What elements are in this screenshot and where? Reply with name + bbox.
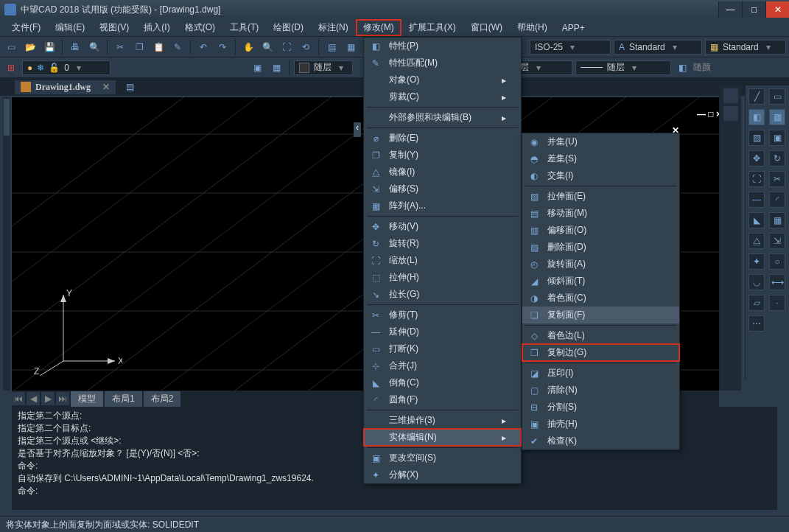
menu-文件[interactable]: 文件(F) <box>4 19 48 36</box>
menu-item[interactable]: ▢清除(N) <box>522 382 679 399</box>
layer-manager-icon[interactable]: ⊞ <box>3 60 19 76</box>
palette-handle[interactable]: ‹ <box>354 122 361 137</box>
table-style-combo[interactable]: ▦Standard▾ <box>705 40 786 55</box>
layout-tab-model[interactable]: 模型 <box>71 391 103 407</box>
menu-工具[interactable]: 工具(T) <box>222 19 266 36</box>
move-tool-icon[interactable]: ✥ <box>748 150 765 167</box>
rect-tool-icon[interactable]: ▭ <box>769 88 785 105</box>
menu-item[interactable]: ⬚拉伸(H) <box>364 269 521 286</box>
lineweight-combo[interactable]: 随层▾ <box>575 60 671 75</box>
layout-last-icon[interactable]: ⏭ <box>56 392 69 405</box>
menu-item[interactable]: ▥偏移面(O) <box>522 222 679 239</box>
menu-item[interactable]: ▣抽壳(H) <box>522 416 679 433</box>
menu-视图[interactable]: 视图(V) <box>92 19 136 36</box>
menu-APP+[interactable]: APP+ <box>555 21 592 35</box>
match-icon[interactable]: ✎ <box>169 39 186 55</box>
menu-插入[interactable]: 插入(I) <box>136 19 177 36</box>
vertical-scrollbar[interactable] <box>3 97 10 391</box>
menu-item[interactable]: ↻旋转(R) <box>364 235 521 252</box>
redo-icon[interactable]: ↷ <box>214 39 231 55</box>
copy-icon[interactable]: ❐ <box>131 39 147 55</box>
zoom-win-icon[interactable]: ⛶ <box>278 39 295 55</box>
close-button[interactable]: ✕ <box>765 1 789 18</box>
zoom-prev-icon[interactable]: ⟲ <box>298 39 314 55</box>
text-style-combo[interactable]: AStandard▾ <box>614 40 702 55</box>
menu-格式[interactable]: 格式(O) <box>178 19 222 36</box>
dim-style-combo[interactable]: ISO-25▾ <box>530 40 611 55</box>
menu-item[interactable]: ⊹合并(J) <box>364 357 521 374</box>
hatch-tool-icon[interactable]: ▨ <box>748 130 765 146</box>
menu-item[interactable]: ✦分解(X) <box>364 466 521 483</box>
print-icon[interactable]: 🖶 <box>67 39 83 55</box>
preview-icon[interactable]: 🔍 <box>86 39 102 55</box>
menu-item[interactable]: 三维操作(3)▸ <box>364 412 521 429</box>
insert-icon[interactable]: ▦ <box>268 60 284 76</box>
block-icon[interactable]: ▣ <box>249 60 265 76</box>
array-tool-icon[interactable]: ▦ <box>769 212 785 228</box>
menu-item[interactable]: ◜圆角(F) <box>364 391 521 408</box>
new-tab-icon[interactable]: ▤ <box>122 79 138 95</box>
more-tool-icon[interactable]: ⋯ <box>748 315 765 332</box>
menu-item[interactable]: ❏复制面(F) <box>522 307 679 323</box>
chamfer-tool-icon[interactable]: ◣ <box>748 212 765 228</box>
menu-item[interactable]: ⇲偏移(S) <box>364 181 521 197</box>
menu-帮助[interactable]: 帮助(H) <box>510 19 555 36</box>
pan-icon[interactable]: ✋ <box>240 39 256 55</box>
calc-icon[interactable]: ▦ <box>343 39 359 55</box>
line-tool-icon[interactable]: ╱ <box>748 88 765 105</box>
menu-item[interactable]: ⌀删除(E) <box>364 130 521 147</box>
menu-item[interactable]: ◴旋转面(A) <box>522 256 679 273</box>
scale-tool-icon[interactable]: ⛶ <box>748 171 765 187</box>
offset-tool-icon[interactable]: ⇲ <box>769 233 785 249</box>
menu-item[interactable]: ◐交集(I) <box>522 167 679 184</box>
menu-item[interactable]: ✎特性匹配(M) <box>364 55 521 71</box>
menu-item[interactable]: 剪裁(C)▸ <box>364 88 521 105</box>
undo-icon[interactable]: ↶ <box>195 39 211 55</box>
explode-tool-icon[interactable]: ✦ <box>748 253 765 270</box>
menu-item[interactable]: ↘拉长(G) <box>364 286 521 303</box>
menu-item[interactable]: ⛶缩放(L) <box>364 252 521 269</box>
menu-item[interactable]: ◓差集(S) <box>522 150 679 167</box>
fillet-tool-icon[interactable]: ◜ <box>769 192 785 208</box>
menu-item[interactable]: ▧拉伸面(E) <box>522 188 679 205</box>
menu-item[interactable]: ▭打断(K) <box>364 340 521 357</box>
menu-item[interactable]: 外部参照和块编辑(B)▸ <box>364 109 521 126</box>
menu-标注[interactable]: 标注(N) <box>311 19 356 36</box>
minimize-button[interactable]: — <box>718 1 742 18</box>
menu-item[interactable]: ◇着色边(L) <box>522 327 679 344</box>
cut-icon[interactable]: ✂ <box>112 39 128 55</box>
menu-item[interactable]: 对象(O)▸ <box>364 71 521 88</box>
new-icon[interactable]: ▭ <box>3 39 19 55</box>
menu-item[interactable]: ✔检查(K) <box>522 433 679 449</box>
circle-tool-icon[interactable]: ○ <box>769 253 785 270</box>
properties-icon[interactable]: ▤ <box>323 39 340 55</box>
color-combo[interactable]: 随层▾ <box>294 60 353 75</box>
menu-item[interactable]: 实体编辑(N)▸ <box>364 429 521 446</box>
menu-item[interactable]: ⧋镜像(I) <box>364 164 521 181</box>
layout-prev-icon[interactable]: ◀ <box>27 392 40 405</box>
menu-窗口[interactable]: 窗口(W) <box>463 19 510 36</box>
open-icon[interactable]: 📂 <box>22 39 38 55</box>
layout-next-icon[interactable]: ▶ <box>41 392 55 405</box>
paste-icon[interactable]: 📋 <box>150 39 166 55</box>
box-tool-icon[interactable]: ◧ <box>748 109 765 125</box>
menu-item[interactable]: ❐复制(Y) <box>364 147 521 164</box>
layer-combo[interactable]: ●❄🔓 0▾ <box>22 60 111 75</box>
menu-绘图[interactable]: 绘图(D) <box>266 19 311 36</box>
menu-修改[interactable]: 修改(M) <box>356 19 401 36</box>
maximize-button[interactable]: □ <box>742 1 765 18</box>
document-tab[interactable]: Drawing1.dwg ✕ <box>15 80 116 94</box>
menu-item[interactable]: ✥移动(V) <box>364 218 521 235</box>
region-tool-icon[interactable]: ▣ <box>769 130 785 146</box>
layout-first-icon[interactable]: ⏮ <box>12 392 25 405</box>
mirror-tool-icon[interactable]: ⧋ <box>748 233 765 249</box>
menu-item[interactable]: ▤移动面(M) <box>522 205 679 222</box>
rotate-tool-icon[interactable]: ↻ <box>769 150 785 167</box>
menu-item[interactable]: ◪压印(I) <box>522 365 679 382</box>
menu-item[interactable]: ▣更改空间(S) <box>364 449 521 466</box>
menu-扩展工具[interactable]: 扩展工具(X) <box>401 19 463 36</box>
palette-minimize-icon[interactable]: — □ × <box>697 109 721 119</box>
menu-item[interactable]: ◢倾斜面(T) <box>522 273 679 290</box>
tab-close-icon[interactable]: ✕ <box>102 82 110 92</box>
menu-item[interactable]: ◉并集(U) <box>522 133 679 150</box>
